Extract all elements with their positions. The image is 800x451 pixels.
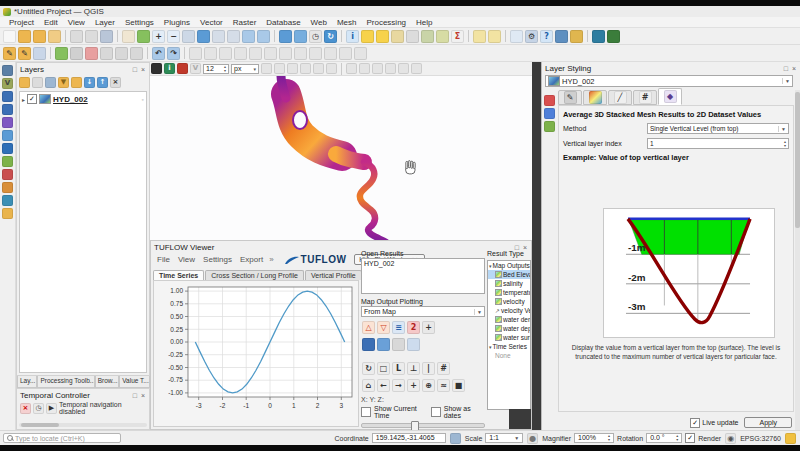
map-output-style-2-icon[interactable] <box>377 338 390 351</box>
data-source-manager-icon[interactable] <box>2 65 13 76</box>
select-by-expression-icon[interactable] <box>376 30 389 43</box>
add-oracle-layer-icon[interactable] <box>2 182 13 193</box>
diagram-options-1-icon[interactable] <box>346 63 357 74</box>
filter-legend-icon[interactable]: ▼ <box>58 77 69 88</box>
time-series-plot[interactable]: 1.000.750.500.250.00-0.25-0.50-0.75-1.00… <box>153 280 359 427</box>
style-manager-icon[interactable] <box>100 30 113 43</box>
split-features-icon[interactable] <box>309 47 322 60</box>
menu-raster[interactable]: Raster <box>228 18 262 27</box>
extents-icon[interactable] <box>450 433 461 444</box>
open-attribute-table-icon[interactable] <box>406 30 419 43</box>
vertex-tool-icon[interactable] <box>70 47 83 60</box>
pan-to-selection-icon[interactable] <box>137 30 150 43</box>
menu-export[interactable]: Export <box>236 255 267 264</box>
styling-layer-dropdown[interactable]: HYD_002 ▼ <box>545 75 793 87</box>
crs-code[interactable]: EPSG:32760 <box>740 435 781 442</box>
new-project-icon[interactable] <box>3 30 16 43</box>
tab-contours[interactable]: ╱ <box>608 90 632 105</box>
menu-vector[interactable]: Vector <box>195 18 228 27</box>
tree-group-time-series[interactable]: ▾Time Series <box>488 342 530 351</box>
tree-item-none[interactable]: None <box>488 351 530 360</box>
statistical-summary-icon[interactable]: Σ <box>451 30 464 43</box>
layers-panel-dock-buttons[interactable]: □ × <box>133 66 146 73</box>
symbology-wheel-icon[interactable] <box>544 95 555 106</box>
temporal-controller-panel-icon[interactable]: ◷ <box>309 30 322 43</box>
layout-manager-icon[interactable] <box>85 30 98 43</box>
identify-features-icon[interactable]: i <box>346 30 359 43</box>
tab-mesh-symbology[interactable]: ✎ <box>558 90 582 105</box>
menu-settings[interactable]: Settings <box>199 255 236 264</box>
temporal-navigation-off-icon[interactable]: × <box>20 403 31 414</box>
map-theme-icon[interactable] <box>151 63 162 74</box>
locate-search-input[interactable]: Type to locate (Ctrl+K) <box>3 433 121 443</box>
layer-row-hyd-002[interactable]: ▸ ✓ HYD_002 ◦ <box>20 92 146 106</box>
tuflow-menu-more[interactable]: » <box>269 255 273 264</box>
vertical-profile-plot-icon[interactable] <box>407 338 420 351</box>
layer-styling-dock-buttons[interactable]: □ × <box>784 65 797 72</box>
temporal-scrollbar[interactable] <box>19 423 147 427</box>
magnifier-spinner[interactable]: 100% ▴▾ <box>574 433 614 443</box>
temporal-fixed-range-icon[interactable]: ◷ <box>33 403 44 414</box>
simplify-feature-icon[interactable] <box>354 47 367 60</box>
clear-plot-icon[interactable]: □ <box>377 362 390 375</box>
label-options-1-icon[interactable] <box>261 63 272 74</box>
plot-time-series-icon[interactable]: △ <box>362 321 375 334</box>
map-canvas[interactable] <box>150 76 532 240</box>
diagram-options-3-icon[interactable] <box>372 63 383 74</box>
add-feature-icon[interactable] <box>55 47 68 60</box>
menu-view[interactable]: View <box>63 18 90 27</box>
open-layer-styling-dock-icon[interactable] <box>19 77 30 88</box>
plot-save-icon[interactable]: ■ <box>452 379 465 392</box>
diagram-options-5-icon[interactable] <box>398 63 409 74</box>
tab-vertical-profile[interactable]: Vertical Profile <box>305 270 362 280</box>
menu-settings[interactable]: Settings <box>120 18 159 27</box>
measure-line-icon[interactable] <box>436 30 449 43</box>
add-spatialite-layer-icon[interactable] <box>2 156 13 167</box>
plot-cross-section-icon[interactable]: ▽ <box>377 321 390 334</box>
mesh-calculator-icon[interactable] <box>177 63 188 74</box>
zoom-next-icon[interactable] <box>257 30 270 43</box>
layer-notification-icon[interactable]: ◦ <box>142 96 144 103</box>
rotate-feature-icon[interactable] <box>339 47 352 60</box>
copy-features-icon[interactable] <box>115 47 128 60</box>
mesh-digitizing-icon[interactable] <box>189 47 202 60</box>
deselect-all-icon[interactable] <box>391 30 404 43</box>
field-calculator-icon[interactable] <box>421 30 434 43</box>
method-dropdown[interactable]: Single Vertical Level (from top) ▼ <box>647 123 789 134</box>
tree-item-temperature[interactable]: temperature <box>488 288 530 297</box>
plot-forward-icon[interactable]: → <box>392 379 405 392</box>
plot-back-icon[interactable]: ← <box>377 379 390 392</box>
styling-scrollbar[interactable] <box>795 90 800 430</box>
current-edits-icon[interactable]: ✎ <box>3 47 16 60</box>
shape-rectangle-icon[interactable] <box>249 47 262 60</box>
secondary-axis-icon[interactable]: 2 <box>407 321 420 334</box>
tab-time-series[interactable]: Time Series <box>153 270 204 280</box>
scale-dropdown[interactable]: 1:1 ▼ <box>485 433 523 443</box>
menu-project[interactable]: Project <box>4 18 39 27</box>
tree-item-water-density[interactable]: water density <box>488 315 530 324</box>
label-units-dropdown[interactable]: px ▾ <box>231 64 259 74</box>
add-xyz-layer-icon[interactable] <box>2 208 13 219</box>
menu-edit[interactable]: Edit <box>39 18 63 27</box>
menu-plugins[interactable]: Plugins <box>159 18 195 27</box>
tree-item-water-surface-ele-[interactable]: water surface ele... <box>488 333 530 342</box>
expand-all-icon[interactable]: ↓ <box>84 77 95 88</box>
zoom-to-layer-icon[interactable] <box>227 30 240 43</box>
collapse-all-icon[interactable]: ↑ <box>97 77 108 88</box>
labeling-disabled-icon[interactable]: V <box>190 63 201 74</box>
tab-3d-stacked-mesh[interactable]: ◆ <box>658 88 682 105</box>
add-mesh-layer-icon[interactable] <box>2 104 13 115</box>
zoom-native-icon[interactable] <box>182 30 195 43</box>
tab-grid[interactable]: # <box>633 90 657 105</box>
save-layer-edits-icon[interactable] <box>33 47 46 60</box>
undo-icon[interactable]: ↶ <box>152 47 165 60</box>
add-postgis-layer-icon[interactable] <box>2 143 13 154</box>
osgeo-icon[interactable] <box>592 30 605 43</box>
tree-item-velocity[interactable]: velocity <box>488 297 530 306</box>
label-options-3-icon[interactable] <box>287 63 298 74</box>
temporal-animated-icon[interactable]: ▶ <box>46 403 57 414</box>
tree-item-salinity[interactable]: salinity <box>488 279 530 288</box>
select-features-icon[interactable] <box>361 30 374 43</box>
marker-toggle-icon[interactable]: | <box>422 362 435 375</box>
plot-home-icon[interactable]: ⌂ <box>362 379 375 392</box>
